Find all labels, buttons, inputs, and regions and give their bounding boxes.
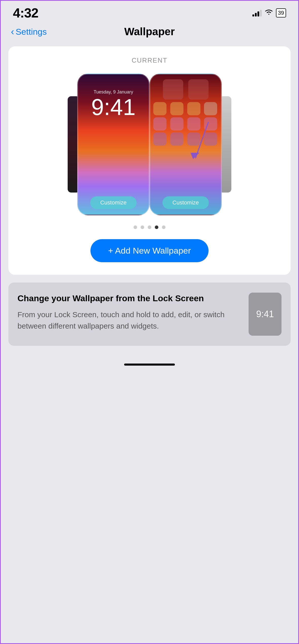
- nav-bar: ‹ Settings Wallpaper: [1, 23, 298, 44]
- app-icon-g4: [204, 102, 217, 115]
- info-title: Change your Wallpaper from the Lock Scre…: [17, 293, 241, 304]
- app-icon-1: [163, 79, 183, 100]
- signal-bar-2: [255, 13, 257, 16]
- status-time: 4:32: [13, 5, 38, 21]
- top-icons-row: [150, 74, 221, 101]
- app-icon-g8: [204, 117, 217, 130]
- dot-3: [148, 225, 151, 229]
- battery-icon: 39: [276, 8, 286, 17]
- info-thumbnail: 9:41: [249, 293, 282, 336]
- info-text-block: Change your Wallpaper from the Lock Scre…: [17, 293, 241, 332]
- wallpaper-previews: Tuesday, 9 January 9:41 Customize: [16, 73, 283, 215]
- signal-bar-4: [260, 10, 262, 16]
- home-screen-preview[interactable]: Customize: [150, 73, 222, 215]
- pagination-dots: [16, 225, 283, 229]
- back-button[interactable]: ‹ Settings: [11, 27, 47, 37]
- app-icon-g2: [170, 102, 183, 115]
- page-title: Wallpaper: [124, 26, 175, 38]
- app-grid-row-3: [150, 131, 221, 147]
- home-screen-customize-button[interactable]: Customize: [162, 196, 209, 209]
- thumbnail-time: 9:41: [256, 309, 274, 319]
- dot-1: [134, 225, 137, 229]
- app-icon-g5: [153, 117, 166, 130]
- status-bar: 4:32 39: [1, 1, 298, 23]
- status-icons: 39: [252, 8, 286, 17]
- signal-bars-icon: [252, 9, 262, 16]
- signal-bar-1: [252, 14, 254, 16]
- lock-time: 9:41: [84, 96, 143, 119]
- dot-2: [141, 225, 144, 229]
- app-icon-g7: [187, 117, 200, 130]
- info-description: From your Lock Screen, touch and hold to…: [17, 309, 241, 332]
- wifi-icon: [264, 9, 273, 17]
- app-icon-g10: [170, 132, 183, 146]
- app-icon-g3: [187, 102, 200, 115]
- app-icon-g12: [204, 132, 217, 146]
- current-label: CURRENT: [16, 56, 283, 64]
- app-grid-row-2: [150, 116, 221, 131]
- back-label: Settings: [16, 27, 47, 37]
- home-bar: [124, 364, 175, 366]
- app-icon-g9: [153, 132, 166, 146]
- lock-screen-content: Tuesday, 9 January 9:41: [78, 74, 149, 124]
- info-card: Change your Wallpaper from the Lock Scre…: [8, 282, 291, 346]
- app-icon-g1: [153, 102, 166, 115]
- dot-5: [162, 225, 165, 229]
- svg-marker-1: [191, 153, 199, 159]
- app-icon-2: [188, 79, 209, 100]
- lock-screen-customize-button[interactable]: Customize: [90, 196, 137, 209]
- signal-bar-3: [257, 11, 259, 16]
- app-icon-g6: [170, 117, 183, 130]
- app-icon-g11: [187, 132, 200, 146]
- home-indicator: [1, 356, 298, 371]
- back-chevron-icon: ‹: [11, 27, 14, 36]
- lock-screen-preview[interactable]: Tuesday, 9 January 9:41 Customize: [77, 73, 150, 215]
- dot-4-active: [155, 225, 158, 229]
- wallpaper-card: CURRENT Tuesday, 9 January 9:41 Customiz…: [8, 46, 291, 275]
- app-grid-row-1: [150, 101, 221, 116]
- lock-date: Tuesday, 9 January: [84, 89, 143, 95]
- add-wallpaper-button[interactable]: + Add New Wallpaper: [90, 239, 209, 262]
